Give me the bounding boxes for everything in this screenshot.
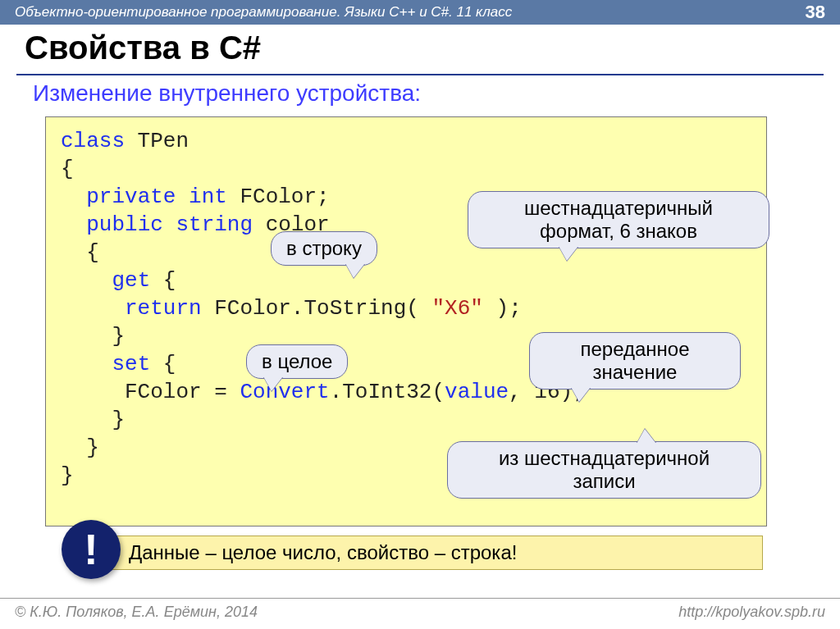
callout-from-hex: из шестнадцатеричной записи: [447, 441, 761, 499]
title-underline: [16, 74, 824, 75]
callout-hex-format: шестнадцатеричный формат, 6 знаков: [468, 191, 769, 248]
exclaim-icon: !: [62, 520, 121, 579]
subtitle: Изменение внутреннего устройства:: [33, 80, 421, 107]
page-number: 38: [806, 2, 825, 23]
callout-to-string: в строку: [271, 231, 377, 266]
slide: Объектно-ориентированное программировани…: [0, 0, 840, 629]
topbar: Объектно-ориентированное программировани…: [0, 0, 840, 25]
footer-left: © К.Ю. Поляков, Е.А. Ерёмин, 2014: [15, 604, 258, 621]
subject-text: Объектно-ориентированное программировани…: [15, 4, 512, 21]
slide-title: Свойства в C#: [25, 30, 261, 66]
note-bar: Данные – целое число, свойство – строка!: [107, 536, 763, 570]
callout-to-int: в целое: [246, 344, 348, 379]
callout-passed-value: переданное значение: [529, 332, 741, 390]
note-text: Данные – целое число, свойство – строка!: [129, 541, 517, 564]
footer: © К.Ю. Поляков, Е.А. Ерёмин, 2014 http:/…: [0, 598, 840, 629]
footer-right: http://kpolyakov.spb.ru: [678, 604, 825, 621]
